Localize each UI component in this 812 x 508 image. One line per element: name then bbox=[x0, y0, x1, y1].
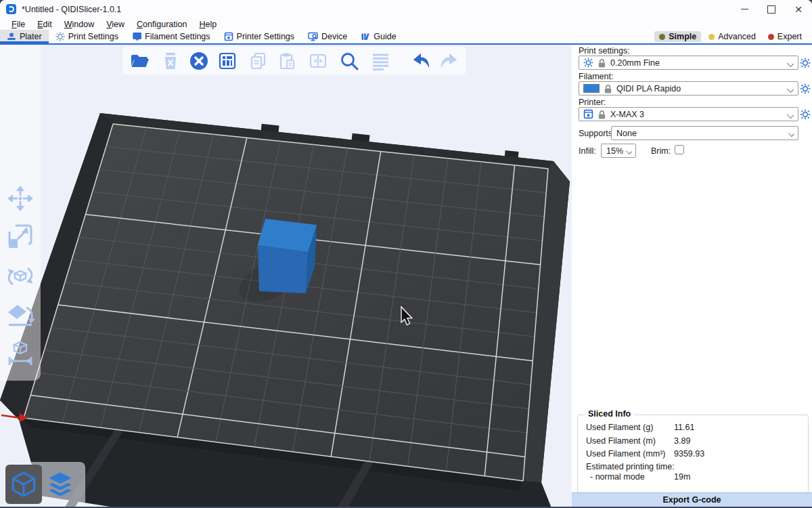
sliced-info-title: Sliced Info bbox=[585, 409, 634, 419]
infill-dropdown[interactable]: 15% bbox=[601, 144, 636, 158]
undo-button[interactable] bbox=[411, 51, 431, 71]
tab-label: Device bbox=[321, 32, 347, 41]
menu-help[interactable]: Help bbox=[193, 20, 223, 29]
qidislicer-window: { "window": { "title": "*Untitled - QIDI… bbox=[0, 0, 812, 508]
trash-delete-icon bbox=[161, 51, 180, 71]
tab-filament-settings[interactable]: Filament Settings bbox=[125, 30, 217, 43]
copy-button[interactable] bbox=[248, 51, 269, 71]
close-icon: ✕ bbox=[794, 5, 803, 14]
3d-editor-view-button[interactable] bbox=[5, 465, 42, 504]
minimize-icon bbox=[741, 9, 748, 10]
tab-print-settings[interactable]: Print Settings bbox=[49, 30, 125, 43]
chevron-down-icon bbox=[787, 86, 794, 93]
tab-printer-settings[interactable]: Printer Settings bbox=[217, 30, 301, 43]
print-settings-label: Print settings: bbox=[579, 46, 630, 56]
scale-tool-button[interactable] bbox=[5, 221, 35, 251]
infill-label: Infill: bbox=[579, 146, 596, 156]
top-toolbar bbox=[122, 47, 466, 75]
app-logo-icon bbox=[6, 4, 16, 14]
rotate-tool-button[interactable] bbox=[5, 261, 35, 291]
edit-print-settings-button[interactable] bbox=[800, 58, 811, 68]
model-cube-front-face[interactable] bbox=[258, 245, 308, 293]
row-label: - normal mode bbox=[590, 472, 674, 482]
row-value: 19m bbox=[674, 472, 690, 482]
tab-bar: Plater Print Settings Fi bbox=[0, 30, 812, 45]
time-label: Estimated printing time: bbox=[586, 462, 675, 471]
print-settings-value: 0.20mm Fine bbox=[610, 58, 660, 68]
mode-expert[interactable]: Expert bbox=[763, 31, 807, 42]
supports-value: None bbox=[616, 129, 637, 138]
scale-icon bbox=[6, 222, 35, 251]
measure-tool-button[interactable] bbox=[5, 338, 35, 368]
chevron-down-icon bbox=[788, 131, 794, 137]
split-objects-button[interactable] bbox=[308, 51, 328, 71]
menu-view[interactable]: View bbox=[100, 20, 131, 29]
minimize-button[interactable] bbox=[731, 0, 758, 18]
supports-dropdown[interactable]: None bbox=[611, 126, 798, 140]
mode-advanced[interactable]: Advanced bbox=[704, 31, 761, 42]
redo-arrow-icon bbox=[439, 51, 459, 71]
export-gcode-button[interactable]: Export G-code bbox=[572, 492, 812, 507]
view-switcher bbox=[4, 462, 85, 507]
printer-value: X-MAX 3 bbox=[610, 110, 644, 119]
sliced-info-time-label-row: Estimated printing time: bbox=[586, 462, 801, 471]
filament-color-swatch bbox=[583, 84, 600, 93]
search-icon bbox=[339, 51, 359, 71]
3d-view-cube-icon bbox=[9, 470, 38, 499]
row-value: 3.89 bbox=[674, 436, 690, 446]
tab-guide[interactable]: Guide bbox=[354, 30, 403, 43]
move-tool-button[interactable] bbox=[5, 184, 35, 213]
chevron-down-icon bbox=[787, 112, 794, 119]
filament-value: QIDI PLA Rapido bbox=[616, 84, 681, 93]
sliced-info-panel: Sliced Info Used Filament (g) 11.61 Used… bbox=[577, 415, 809, 494]
menu-bar: File Edit Window View Configuration Help bbox=[0, 18, 812, 30]
menu-edit[interactable]: Edit bbox=[31, 20, 58, 29]
arrange-icon bbox=[217, 51, 238, 71]
edit-printer-button[interactable] bbox=[800, 109, 811, 120]
tab-plater[interactable]: Plater bbox=[0, 30, 49, 43]
place-on-face-tool-button[interactable] bbox=[5, 301, 35, 331]
row-label: Used Filament (mm³) bbox=[586, 449, 674, 459]
menu-configuration[interactable]: Configuration bbox=[131, 20, 193, 29]
chevron-down-icon bbox=[626, 148, 632, 154]
infill-value: 15% bbox=[606, 146, 623, 156]
delete-all-icon bbox=[189, 51, 209, 71]
printer-label: Printer: bbox=[579, 98, 606, 107]
delete-button[interactable] bbox=[160, 51, 181, 71]
gear-icon bbox=[583, 58, 593, 68]
menu-file[interactable]: File bbox=[5, 20, 31, 29]
copy-icon bbox=[248, 51, 269, 71]
paste-icon bbox=[277, 51, 297, 71]
maximize-button[interactable] bbox=[758, 0, 785, 18]
variable-layer-height-button[interactable] bbox=[370, 51, 390, 71]
printer-icon bbox=[583, 109, 593, 119]
tab-label: Printer Settings bbox=[237, 32, 294, 41]
tab-device[interactable]: Device bbox=[301, 30, 354, 43]
place-on-face-icon bbox=[5, 301, 35, 331]
edit-filament-button[interactable] bbox=[800, 83, 811, 94]
search-button[interactable] bbox=[339, 51, 359, 71]
row-value: 9359.93 bbox=[674, 449, 704, 459]
lock-icon bbox=[604, 84, 612, 93]
filament-label: Filament: bbox=[579, 72, 613, 81]
brim-checkbox[interactable] bbox=[675, 145, 684, 154]
paste-button[interactable] bbox=[277, 51, 297, 71]
print-settings-dropdown[interactable]: 0.20mm Fine bbox=[579, 56, 798, 70]
undo-arrow-icon bbox=[411, 51, 431, 71]
open-project-button[interactable] bbox=[129, 51, 150, 71]
rotate-icon bbox=[5, 261, 35, 291]
close-button[interactable]: ✕ bbox=[785, 0, 812, 18]
arrange-button[interactable] bbox=[217, 51, 238, 71]
3d-viewport[interactable] bbox=[0, 45, 572, 508]
left-toolbar bbox=[0, 45, 41, 381]
delete-all-button[interactable] bbox=[189, 51, 209, 71]
chevron-down-icon bbox=[787, 60, 794, 67]
menu-window[interactable]: Window bbox=[58, 20, 100, 29]
preview-view-button[interactable] bbox=[42, 465, 78, 504]
redo-button[interactable] bbox=[439, 51, 459, 71]
expert-mode-dot-icon bbox=[768, 34, 774, 40]
filament-dropdown[interactable]: QIDI PLA Rapido bbox=[579, 81, 798, 96]
mode-simple[interactable]: Simple bbox=[654, 31, 701, 42]
row-label: Used Filament (g) bbox=[586, 423, 674, 432]
printer-dropdown[interactable]: X-MAX 3 bbox=[579, 107, 798, 121]
